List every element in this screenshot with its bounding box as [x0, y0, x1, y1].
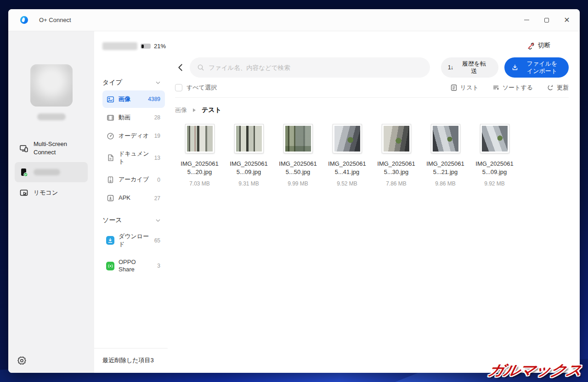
category-label: オーディオ	[119, 132, 149, 140]
file-name: IMG_20250615...30.jpg	[377, 160, 415, 176]
file-thumbnail	[333, 124, 362, 153]
file-item[interactable]: IMG_20250615...50.jpg 9.99 MB	[273, 124, 322, 187]
file-sidebar: 21% タイプ 画像 4389	[94, 31, 168, 373]
device-name-redacted	[102, 42, 137, 50]
refresh-label: 更新	[557, 84, 569, 92]
window-controls: ✕	[516, 12, 577, 28]
divider	[175, 97, 569, 98]
file-item[interactable]: IMG_20250615...09.jpg 9.31 MB	[224, 124, 273, 187]
avatar	[30, 64, 73, 107]
section-title: ソース	[102, 216, 122, 225]
refresh-icon	[547, 84, 554, 91]
file-item[interactable]: IMG_20250615...09.jpg 9.92 MB	[470, 124, 519, 187]
close-button[interactable]: ✕	[557, 12, 577, 28]
source-row[interactable]: ダウンロード 65	[102, 228, 165, 253]
recently-deleted-item[interactable]: 最近削除した項目3	[94, 348, 168, 373]
breadcrumb-parent[interactable]: 画像	[175, 106, 187, 114]
category-count: 27	[154, 195, 160, 202]
breadcrumb-current: テスト	[202, 106, 221, 114]
file-thumbnail	[186, 124, 214, 153]
file-item[interactable]: IMG_20250615...30.jpg 7.86 MB	[372, 124, 421, 187]
source-count: 65	[154, 237, 160, 244]
category-label: 動画	[119, 114, 130, 122]
download-icon	[106, 236, 114, 245]
maximize-button[interactable]	[537, 12, 557, 28]
file-name: IMG_20250615...50.jpg	[279, 160, 317, 176]
category-row[interactable]: アーカイブ 0	[102, 171, 165, 189]
shortcut-list	[102, 63, 168, 69]
category-row[interactable]: 画像 4389	[102, 90, 165, 108]
breadcrumb-arrow-icon	[193, 108, 196, 112]
chevron-left-icon	[177, 63, 183, 72]
app-window: O+ Connect ✕ Multi-Screen Connect	[8, 9, 580, 373]
sidebar-nav-item[interactable]	[15, 162, 88, 182]
chevron-down-icon	[155, 217, 161, 224]
source-label: OPPO Share	[119, 258, 153, 274]
disconnect-button[interactable]: 切断	[527, 41, 550, 50]
category-row[interactable]: 動画 28	[102, 109, 165, 126]
minimize-icon	[524, 20, 529, 20]
file-item[interactable]: IMG_20250615...21.jpg 9.86 MB	[421, 124, 470, 187]
maximize-icon	[544, 18, 549, 22]
file-name: IMG_20250615...09.jpg	[475, 160, 513, 176]
file-size: 9.86 MB	[435, 180, 456, 187]
archive-icon	[106, 176, 114, 184]
phone-check-icon	[19, 168, 28, 177]
category-label: APK	[119, 194, 130, 202]
transfer-history-button[interactable]: 1↓ 履歴を転 送	[441, 57, 498, 78]
file-item[interactable]: IMG_20250615...20.jpg 7.03 MB	[175, 124, 224, 187]
titlebar: O+ Connect ✕	[8, 9, 580, 31]
sidebar-nav-item[interactable]: リモコン	[15, 184, 88, 202]
sort-label: ソートする	[503, 84, 533, 92]
file-name: IMG_20250615...21.jpg	[426, 160, 464, 176]
battery-percent: 21%	[154, 43, 166, 50]
category-row[interactable]: APK 27	[102, 190, 165, 207]
list-icon	[450, 84, 458, 91]
category-label: 画像	[119, 96, 130, 103]
list-view-button[interactable]: リスト	[450, 84, 479, 92]
sort-button[interactable]: ソートする	[492, 84, 533, 92]
section-title: タイプ	[102, 79, 122, 87]
category-label: ドキュメント	[119, 150, 150, 166]
source-row[interactable]: OPPO Share 3	[102, 254, 165, 279]
section-source-header[interactable]: ソース	[102, 216, 161, 225]
file-size: 7.86 MB	[386, 180, 407, 187]
search-input[interactable]	[209, 64, 423, 71]
disconnect-label: 切断	[538, 41, 550, 50]
broken-link-icon	[527, 42, 535, 50]
category-row[interactable]: オーディオ 19	[102, 127, 165, 145]
search-bar[interactable]	[190, 57, 430, 78]
source-count: 3	[157, 263, 160, 269]
garumax-watermark: ガルマックス	[486, 360, 583, 380]
sidebar-nav-label: Multi-Screen Connect	[34, 140, 83, 156]
document-icon	[106, 154, 114, 162]
file-item[interactable]: IMG_20250615...41.jpg 9.52 MB	[322, 124, 372, 187]
list-view-label: リスト	[460, 84, 479, 92]
video-icon	[106, 113, 114, 122]
import-files-button[interactable]: ファイルを インポート	[504, 57, 569, 78]
file-size: 9.52 MB	[337, 180, 357, 187]
category-count: 13	[154, 155, 160, 161]
refresh-button[interactable]: 更新	[547, 84, 569, 92]
file-name: IMG_20250615...41.jpg	[328, 160, 366, 176]
category-count: 4389	[148, 96, 160, 102]
import-files-label: ファイルを インポート	[522, 60, 562, 75]
multiscreen-icon	[19, 144, 28, 153]
category-label: アーカイブ	[119, 176, 149, 184]
select-all-label[interactable]: すべて選択	[187, 84, 217, 92]
sidebar-nav-item[interactable]: Multi-Screen Connect	[15, 136, 88, 160]
back-button[interactable]	[175, 61, 185, 74]
file-thumbnail	[431, 124, 460, 153]
file-size: 7.03 MB	[189, 180, 210, 187]
minimize-button[interactable]	[516, 12, 537, 28]
device-info: 21%	[102, 42, 168, 50]
transfer-history-label: 履歴を転 送	[457, 60, 492, 75]
category-row[interactable]: ドキュメント 13	[102, 146, 165, 170]
type-rows: 画像 4389 動画 28 オーディオ 19	[102, 90, 165, 207]
section-type-header[interactable]: タイプ	[102, 79, 161, 87]
select-all-checkbox[interactable]	[175, 84, 182, 91]
app-title: O+ Connect	[39, 17, 71, 23]
file-name: IMG_20250615...20.jpg	[181, 160, 218, 176]
settings-button[interactable]	[16, 354, 28, 366]
breadcrumb: 画像 テスト	[175, 106, 569, 114]
